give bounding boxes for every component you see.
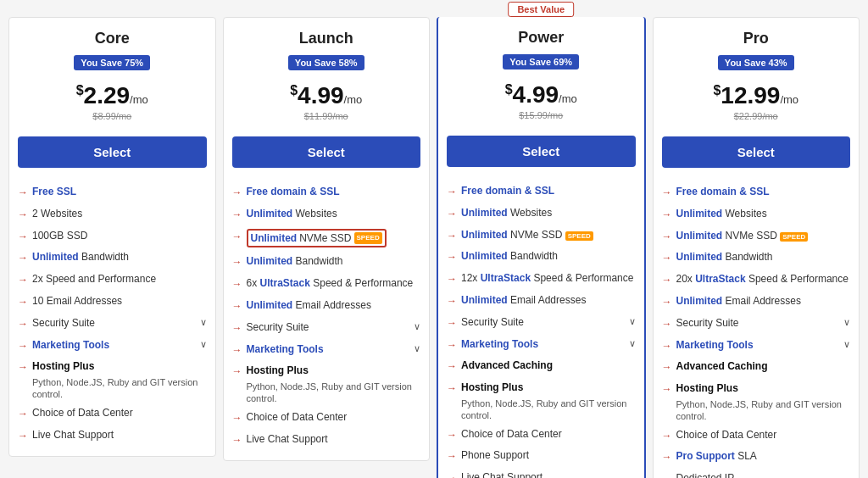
arrow-icon: → xyxy=(232,230,242,244)
chevron-icon[interactable]: ∨ xyxy=(200,338,207,351)
price-dollar: $ xyxy=(76,83,84,97)
feature-text: Choice of Data Center xyxy=(247,410,421,425)
feature-text: Advanced Caching xyxy=(461,358,636,373)
price-block: $4.99/mo $11.99/mo xyxy=(232,82,421,121)
feature-text: Free SSL xyxy=(32,185,207,199)
features-list: → Free domain & SSL → Unlimited Websites… xyxy=(654,176,860,478)
select-button[interactable]: Select xyxy=(18,136,207,168)
feature-item: → Dedicated IP xyxy=(662,468,851,478)
feature-text: Live Chat Support xyxy=(461,470,636,478)
select-button[interactable]: Select xyxy=(232,136,421,168)
plan-card-power: Best Value Power You Save 69% $4.99/mo $… xyxy=(437,17,646,478)
price-original: $22.99/mo xyxy=(662,111,851,121)
feature-item: → Marketing Tools ∨ xyxy=(662,335,851,357)
arrow-icon: → xyxy=(232,208,242,222)
arrow-icon: → xyxy=(447,471,457,478)
price-main: $12.99/mo xyxy=(713,82,798,108)
arrow-icon: → xyxy=(662,251,672,265)
chevron-icon[interactable]: ∨ xyxy=(414,342,420,355)
feature-item: → Free domain & SSL xyxy=(447,181,636,203)
select-button[interactable]: Select xyxy=(447,136,636,167)
arrow-icon: → xyxy=(447,294,457,308)
feature-text: Unlimited Bandwidth xyxy=(247,254,421,269)
chevron-icon[interactable]: ∨ xyxy=(629,315,636,328)
arrow-icon: → xyxy=(447,207,457,221)
arrow-icon: → xyxy=(18,295,28,309)
feature-item: → Unlimited Websites xyxy=(447,203,636,225)
save-badge: You Save 43% xyxy=(718,55,794,70)
feature-item: → Hosting Plus xyxy=(662,378,851,400)
feature-item: → Live Chat Support xyxy=(232,429,421,451)
arrow-icon: → xyxy=(18,208,28,222)
arrow-icon: → xyxy=(662,273,672,287)
feature-text: Pro Support SLA xyxy=(676,449,851,464)
feature-item: → 20x UltraStack Speed & Performance xyxy=(662,269,851,291)
arrow-icon: → xyxy=(18,429,28,443)
arrow-icon: → xyxy=(662,295,672,309)
price-original: $11.99/mo xyxy=(232,111,421,121)
feature-text: Unlimited Bandwidth xyxy=(676,250,851,264)
price-original: $15.99/mo xyxy=(447,110,636,120)
arrow-icon: → xyxy=(662,429,672,443)
arrow-icon: → xyxy=(18,339,28,353)
price-period: /mo xyxy=(344,93,363,106)
chevron-icon[interactable]: ∨ xyxy=(629,337,636,350)
features-list: → Free SSL → 2 Websites → 100GB SSD xyxy=(9,176,215,446)
feature-text: Hosting Plus xyxy=(461,381,636,395)
feature-text: Unlimited Websites xyxy=(676,207,851,221)
feature-text: Free domain & SSL xyxy=(461,184,636,198)
select-button[interactable]: Select xyxy=(662,136,851,168)
price-period: /mo xyxy=(130,93,148,106)
arrow-icon: → xyxy=(447,250,457,264)
arrow-icon: → xyxy=(447,316,457,331)
arrow-icon: → xyxy=(447,338,457,353)
chevron-icon[interactable]: ∨ xyxy=(843,316,850,329)
feature-text: Security Suite xyxy=(247,320,410,335)
price-main: $4.99/mo xyxy=(290,82,362,108)
arrow-icon: → xyxy=(18,273,28,287)
arrow-icon: → xyxy=(662,382,672,397)
feature-text: Security Suite xyxy=(461,315,625,330)
feature-text: Free domain & SSL xyxy=(676,185,851,199)
feature-item: → Unlimited Bandwidth xyxy=(662,247,851,269)
arrow-icon: → xyxy=(662,339,672,353)
arrow-icon: → xyxy=(232,433,242,447)
arrow-icon: → xyxy=(447,359,457,374)
feature-text: Choice of Data Center xyxy=(676,428,851,442)
feature-item: → Hosting Plus xyxy=(18,356,207,378)
feature-item: → Choice of Data Center xyxy=(18,403,207,425)
hosting-plus-desc: Python, Node.JS, Ruby and GIT version co… xyxy=(247,381,421,407)
arrow-icon: → xyxy=(662,208,672,222)
arrow-icon: → xyxy=(447,381,457,396)
arrow-icon: → xyxy=(232,343,242,358)
feature-text: Live Chat Support xyxy=(32,428,207,442)
chevron-icon[interactable]: ∨ xyxy=(843,338,850,351)
feature-item: → Unlimited Websites xyxy=(662,203,851,225)
features-list: → Free domain & SSL → Unlimited Websites… xyxy=(224,176,430,450)
arrow-icon: → xyxy=(232,411,242,425)
feature-item: → Unlimited Bandwidth xyxy=(232,251,421,273)
feature-text: Choice of Data Center xyxy=(461,427,636,442)
arrow-icon: → xyxy=(662,230,672,244)
arrow-icon: → xyxy=(232,255,242,270)
feature-item: → Hosting Plus xyxy=(232,360,421,382)
pricing-container: Core You Save 75% $2.29/mo $8.99/mo Sele… xyxy=(8,17,860,478)
chevron-icon[interactable]: ∨ xyxy=(414,320,420,333)
hosting-plus-desc: Python, Node.JS, Ruby and GIT version co… xyxy=(32,376,207,403)
chevron-icon[interactable]: ∨ xyxy=(200,316,207,329)
arrow-icon: → xyxy=(662,317,672,331)
feature-text: 10 Email Addresses xyxy=(32,294,207,308)
arrow-icon: → xyxy=(447,449,457,464)
plan-card-launch: Launch You Save 58% $4.99/mo $11.99/mo S… xyxy=(223,17,431,461)
plan-header: Core You Save 75% $2.29/mo $8.99/mo xyxy=(9,18,215,130)
arrow-icon: → xyxy=(232,321,242,336)
feature-text: Free domain & SSL xyxy=(247,185,421,199)
arrow-icon: → xyxy=(662,360,672,375)
feature-item: → Unlimited Websites xyxy=(232,203,421,225)
feature-item: → Marketing Tools ∨ xyxy=(232,339,421,361)
arrow-icon: → xyxy=(662,186,672,200)
feature-text: 2x Speed and Performance xyxy=(32,272,207,286)
feature-item: → Security Suite ∨ xyxy=(447,312,636,334)
feature-text: 20x UltraStack Speed & Performance xyxy=(676,272,851,286)
plan-name: Pro xyxy=(662,30,851,47)
